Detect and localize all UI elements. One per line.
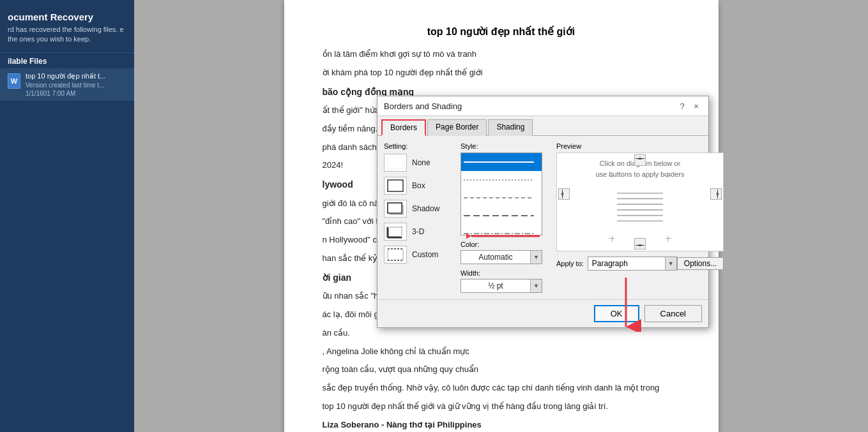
- main-area: top 10 người đẹp nhất thế giới ồn là tâm…: [134, 0, 868, 432]
- options-button[interactable]: Options...: [677, 257, 724, 270]
- word-file-icon: [8, 73, 20, 89]
- box-icon-svg: [386, 179, 404, 193]
- box-icon: [384, 177, 407, 195]
- file-item[interactable]: top 10 người đẹp nhất t... Version creat…: [0, 68, 134, 101]
- doc-body13: rộng toàn cầu, vượt qua những quy chuẩn: [323, 363, 680, 376]
- style-solid[interactable]: [461, 153, 542, 171]
- doc-para2: ời khám phá top 10 người đẹp nhất thế gi…: [323, 66, 680, 80]
- width-dropdown[interactable]: ½ pt ▼: [461, 279, 542, 293]
- apply-to-dropdown[interactable]: Paragraph ▼: [588, 257, 677, 271]
- style-column: Style:: [461, 142, 550, 293]
- svg-rect-0: [388, 157, 403, 168]
- down-arrow-annotation: [610, 274, 642, 332]
- setting-column: Setting: None: [384, 142, 454, 293]
- apply-to-row: Apply to: Paragraph ▼ Options...: [556, 257, 724, 271]
- dialog-title: Borders and Shading: [384, 101, 462, 111]
- border-left-btn[interactable]: [558, 188, 570, 200]
- document-recovery-panel: ocument Recovery rd has recovered the fo…: [0, 0, 134, 432]
- svg-rect-5: [388, 227, 402, 237]
- preview-box: Click on diagram below oruse buttons to …: [556, 153, 724, 251]
- doc-body15: top 10 người đẹp nhất thế giới và giữ vữ…: [323, 400, 680, 413]
- file-meta2: 1/1/1601 7:00 AM: [26, 90, 126, 97]
- doc-para1: ồn là tâm điểm khơi gợi sự tò mò và tran…: [323, 48, 680, 61]
- tab-borders[interactable]: Borders: [381, 119, 426, 136]
- color-dropdown[interactable]: Automatic ▼: [461, 250, 542, 264]
- 3d-icon: [384, 223, 407, 241]
- file-name: top 10 người đẹp nhất t...: [26, 72, 121, 80]
- setting-none[interactable]: None: [384, 154, 454, 172]
- svg-rect-1: [388, 180, 403, 191]
- color-value: Automatic: [461, 251, 530, 263]
- none-label: None: [412, 158, 430, 167]
- custom-label: Custom: [412, 250, 438, 259]
- dialog-footer: OK Cancel: [377, 299, 708, 327]
- custom-icon-svg: [386, 248, 404, 262]
- cancel-button[interactable]: Cancel: [644, 305, 702, 322]
- 3d-icon-svg: [386, 225, 404, 239]
- setting-box[interactable]: Box: [384, 177, 454, 195]
- doc-bold1: Liza Soberano - Nàng thơ tại Philippines: [323, 419, 680, 432]
- preview-doc-svg: [571, 172, 709, 242]
- border-top-btn[interactable]: [634, 154, 646, 166]
- color-dropdown-arrow[interactable]: ▼: [530, 251, 542, 264]
- setting-custom[interactable]: Custom: [384, 246, 454, 264]
- doc-body14: sắc đẹp truyền thống. Nhờ vậy, cô luôn đ…: [323, 382, 680, 395]
- style-label: Style:: [461, 142, 550, 150]
- width-label: Width:: [461, 269, 550, 277]
- style-dotted1[interactable]: [461, 171, 542, 189]
- dialog-tabs: Borders Page Border Shading: [377, 116, 708, 136]
- panel-section: ilable Files: [0, 52, 134, 68]
- width-value: ½ pt: [461, 280, 530, 292]
- close-button[interactable]: ×: [690, 100, 702, 112]
- doc-body12: , Angelina Jolie không chỉ là chuẩn mực: [323, 345, 680, 359]
- panel-subtitle: rd has recovered the following files. e …: [0, 25, 134, 50]
- file-meta1: Version created last time t...: [26, 82, 126, 89]
- borders-shading-dialog: Borders and Shading ? × Borders Page Bor…: [377, 96, 709, 328]
- dialog-body: Setting: None: [377, 136, 708, 299]
- titlebar-buttons: ? ×: [676, 100, 702, 112]
- border-right-btn[interactable]: [710, 188, 722, 200]
- setting-3d[interactable]: 3-D: [384, 223, 454, 241]
- 3d-label: 3-D: [412, 227, 424, 236]
- panel-title: ocument Recovery: [0, 6, 134, 25]
- none-icon: [384, 154, 407, 172]
- svg-rect-10: [388, 249, 403, 260]
- dialog-titlebar: Borders and Shading ? ×: [377, 96, 708, 116]
- style-dash-long[interactable]: [461, 207, 542, 225]
- apply-dropdown-arrow[interactable]: ▼: [665, 257, 676, 270]
- setting-shadow[interactable]: Shadow: [384, 200, 454, 218]
- shadow-icon: [384, 200, 407, 218]
- style-dash-short[interactable]: [461, 189, 542, 207]
- shadow-icon-svg: [386, 202, 404, 216]
- tab-page-border[interactable]: Page Border: [427, 119, 487, 136]
- width-dropdown-arrow[interactable]: ▼: [530, 279, 542, 292]
- custom-icon: [384, 246, 407, 264]
- apply-to-value: Paragraph: [588, 258, 665, 269]
- apply-to-label: Apply to:: [556, 260, 584, 267]
- preview-label: Preview: [556, 142, 724, 150]
- doc-title: top 10 người đẹp nhất thế giới: [323, 26, 680, 38]
- help-button[interactable]: ?: [676, 100, 688, 112]
- setting-label: Setting:: [384, 142, 454, 150]
- none-icon-svg: [386, 156, 404, 170]
- tab-shading[interactable]: Shading: [488, 119, 533, 136]
- left-arrow-annotation: [466, 223, 543, 249]
- shadow-label: Shadow: [412, 204, 439, 213]
- preview-column: Preview Click on diagram below oruse but…: [556, 142, 724, 293]
- svg-rect-4: [388, 203, 402, 213]
- box-label: Box: [412, 181, 425, 190]
- file-info: top 10 người đẹp nhất t... Version creat…: [26, 72, 126, 97]
